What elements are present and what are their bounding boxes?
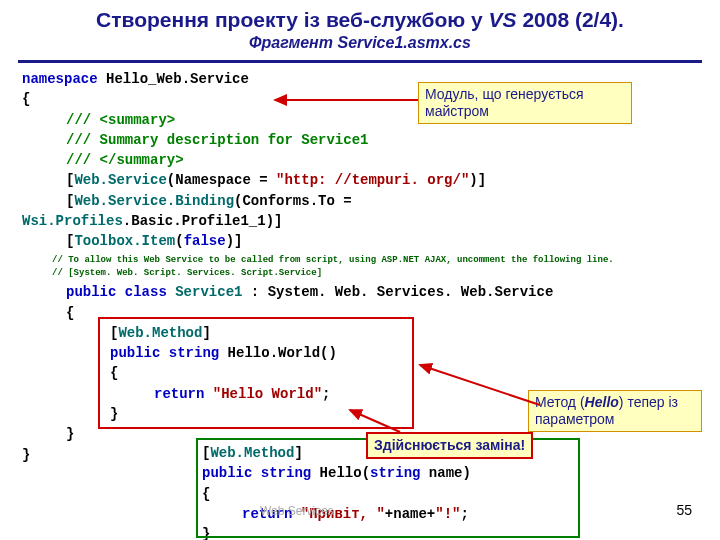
callout-method: Метод (Hello) тепер ізпараметром bbox=[528, 390, 702, 432]
slide-subtitle: Фрагмент Service1.asmx.cs bbox=[0, 34, 720, 60]
page-number: 55 bbox=[676, 502, 692, 518]
footer-text: Web Services bbox=[260, 504, 334, 518]
slide-title: Створення проекту із веб-службою у VS 20… bbox=[0, 0, 720, 34]
callout-replace: Здійснюється заміна! bbox=[366, 432, 533, 459]
divider bbox=[18, 60, 702, 63]
callout-module: Модуль, що генеруєтьсямайстром bbox=[418, 82, 632, 124]
red-box-original bbox=[98, 317, 414, 429]
